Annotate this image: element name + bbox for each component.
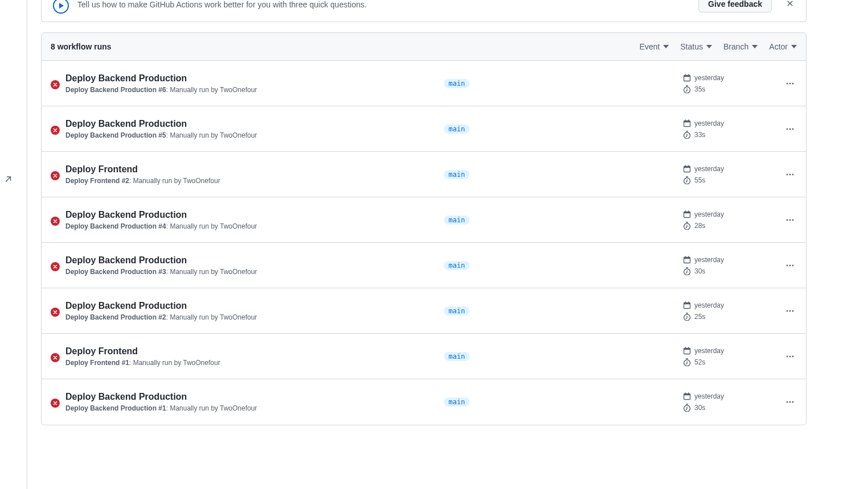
failed-icon	[51, 126, 60, 135]
run-info: Deploy Backend Production Deploy Backend…	[64, 255, 444, 276]
workflow-run-row: Deploy Frontend Deploy Frontend #2: Manu…	[42, 152, 806, 197]
svg-point-1	[787, 82, 788, 84]
calendar-icon	[683, 119, 691, 127]
run-subtitle: Deploy Frontend #2: Manually run by TwoO…	[65, 177, 444, 185]
run-title-link[interactable]: Deploy Backend Production	[65, 301, 187, 311]
run-title-link[interactable]: Deploy Backend Production	[65, 73, 187, 84]
run-title-link[interactable]: Deploy Backend Production	[65, 119, 187, 129]
branch-tag[interactable]: main	[444, 79, 470, 88]
play-circle-icon	[53, 0, 69, 14]
stopwatch-icon	[683, 313, 691, 321]
failed-icon	[51, 171, 60, 180]
run-meta: yesterday 35s	[683, 72, 774, 95]
branch-tag[interactable]: main	[444, 397, 470, 407]
run-time: yesterday	[694, 347, 724, 355]
branch-tag[interactable]: main	[444, 352, 470, 361]
run-info: Deploy Backend Production Deploy Backend…	[64, 119, 444, 139]
run-actions	[774, 259, 797, 272]
filter-event[interactable]: Event	[639, 42, 669, 51]
svg-point-21	[787, 310, 788, 312]
run-actions	[774, 168, 797, 181]
failed-icon	[51, 80, 60, 89]
calendar-icon	[683, 392, 691, 400]
svg-point-10	[789, 173, 791, 175]
run-info: Deploy Frontend Deploy Frontend #1: Manu…	[64, 346, 444, 367]
runs-header: 8 workflow runs Event Status Branch Acto…	[42, 33, 806, 61]
branch-tag[interactable]: main	[444, 261, 470, 270]
expand-sidebar-button[interactable]	[3, 174, 14, 184]
stopwatch-icon	[683, 267, 691, 275]
run-status	[51, 260, 64, 271]
give-feedback-button[interactable]: Give feedback	[698, 0, 772, 13]
run-branch-col: main	[444, 216, 683, 225]
run-duration: 55s	[694, 176, 705, 184]
stopwatch-icon	[683, 404, 691, 412]
run-menu-button[interactable]	[783, 395, 797, 409]
svg-point-18	[789, 264, 791, 266]
kebab-icon	[785, 79, 795, 88]
stopwatch-icon	[683, 131, 691, 139]
chevron-down-icon	[791, 45, 797, 48]
svg-point-25	[787, 355, 788, 357]
run-branch-col: main	[444, 125, 683, 134]
run-title-link[interactable]: Deploy Backend Production	[65, 392, 187, 402]
run-menu-button[interactable]	[783, 350, 797, 363]
runs-filters: Event Status Branch Actor	[639, 42, 797, 51]
workflow-run-row: Deploy Backend Production Deploy Backend…	[42, 61, 806, 106]
run-meta: yesterday 52s	[683, 345, 774, 368]
run-status	[51, 214, 64, 226]
run-status	[51, 78, 64, 89]
feedback-subtitle: Tell us how to make GitHub Actions work …	[77, 0, 692, 9]
run-subtitle: Deploy Backend Production #3: Manually r…	[65, 268, 444, 276]
run-branch-col: main	[444, 352, 683, 361]
run-time: yesterday	[694, 119, 724, 127]
filter-actor[interactable]: Actor	[769, 42, 797, 51]
svg-point-29	[787, 401, 788, 403]
run-time: yesterday	[694, 392, 724, 400]
filter-label: Event	[639, 42, 660, 51]
run-title-link[interactable]: Deploy Backend Production	[65, 210, 187, 220]
run-status	[51, 396, 64, 408]
left-gutter	[0, 0, 27, 489]
run-subtitle: Deploy Backend Production #4: Manually r…	[65, 222, 444, 230]
feedback-icon-wrap	[51, 0, 71, 9]
filter-status[interactable]: Status	[680, 42, 712, 51]
kebab-icon	[785, 216, 795, 225]
branch-tag[interactable]: main	[444, 125, 470, 134]
run-menu-button[interactable]	[783, 259, 797, 272]
filter-label: Branch	[723, 42, 748, 51]
run-menu-button[interactable]	[783, 213, 797, 227]
run-menu-button[interactable]	[783, 168, 797, 181]
svg-point-31	[792, 401, 794, 403]
run-duration: 33s	[694, 131, 705, 139]
run-branch-col: main	[444, 261, 683, 270]
run-actions	[774, 213, 797, 227]
kebab-icon	[785, 352, 795, 361]
run-branch-col: main	[444, 306, 683, 316]
run-title-link[interactable]: Deploy Backend Production	[65, 255, 187, 266]
kebab-icon	[785, 261, 795, 270]
filter-branch[interactable]: Branch	[723, 42, 758, 51]
workflow-run-row: Deploy Frontend Deploy Frontend #1: Manu…	[42, 334, 806, 379]
run-subtitle: Deploy Backend Production #2: Manually r…	[65, 313, 444, 321]
run-meta: yesterday 28s	[683, 209, 774, 231]
branch-tag[interactable]: main	[444, 306, 470, 316]
stopwatch-icon	[683, 222, 691, 230]
run-title-link[interactable]: Deploy Frontend	[65, 164, 138, 175]
run-meta: yesterday 55s	[683, 163, 774, 186]
filter-label: Actor	[769, 42, 788, 51]
run-actions	[774, 395, 797, 409]
branch-tag[interactable]: main	[444, 216, 470, 225]
run-menu-button[interactable]	[783, 304, 797, 318]
run-menu-button[interactable]	[783, 77, 797, 90]
run-title-link[interactable]: Deploy Frontend	[65, 346, 138, 357]
branch-tag[interactable]: main	[444, 170, 470, 179]
close-banner-button[interactable]	[783, 0, 797, 10]
run-status	[51, 169, 64, 180]
stopwatch-icon	[683, 85, 691, 93]
feedback-banner: Tell us how to make GitHub Actions work …	[41, 0, 807, 22]
run-info: Deploy Frontend Deploy Frontend #2: Manu…	[64, 164, 444, 185]
run-time: yesterday	[694, 74, 724, 82]
workflow-runs-box: 8 workflow runs Event Status Branch Acto…	[41, 32, 807, 425]
run-menu-button[interactable]	[783, 122, 797, 136]
